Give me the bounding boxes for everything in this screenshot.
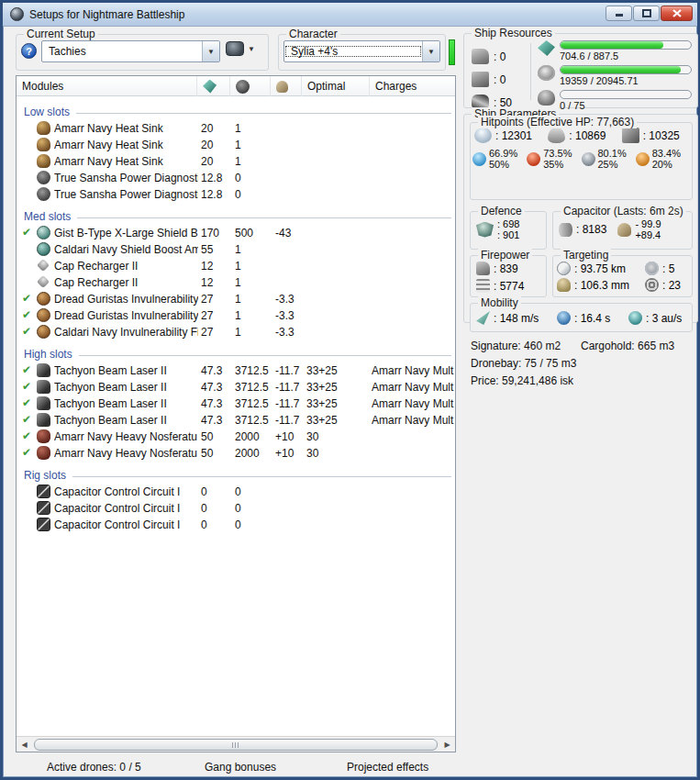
ship-icon [226,41,244,56]
title-bar[interactable]: Setups for Nightmare Battleship [3,3,697,27]
armor-icon [548,128,565,143]
structure-hp: : 10325 [622,128,688,143]
projected-effects-button[interactable]: Projected effects [347,761,428,774]
module-cpu: 47.3 [201,381,222,394]
module-cpu: 20 [201,122,213,135]
module-row[interactable]: ✔Tachyon Beam Laser II47.33712.5-11.733+… [17,379,455,396]
character-label: Character [286,28,340,40]
module-pg: 3712.5 [235,414,269,427]
module-row[interactable]: Amarr Navy Heat Sink201 [17,120,455,137]
module-optimal: 30 [306,430,318,443]
module-row[interactable]: True Sansha Power Diagnosti...12.80 [17,170,455,186]
rig-icon [37,485,50,498]
module-cap: +10 [275,447,294,460]
maximize-icon [642,9,651,17]
module-optimal: 33+25 [306,414,338,427]
divider [530,43,531,100]
shield-icon [474,128,492,143]
module-row[interactable]: Caldari Navy Shield Boost Am...551 [17,241,455,258]
character-select[interactable]: Sylia +4's ▼ [283,40,440,62]
module-cap: -11.7 [275,364,299,377]
module-row[interactable]: ✔Tachyon Beam Laser II47.33712.5-11.733+… [17,412,455,429]
module-name: Caldari Navy Shield Boost Am... [54,243,198,256]
module-row[interactable]: ✔Tachyon Beam Laser II47.33712.5-11.733+… [17,396,455,412]
cpu-column-header[interactable] [196,76,229,96]
capacitor-group: Capacitor (Lasts: 6m 2s) : 8183 - 99.9 +… [552,211,693,250]
cpu-usage: 704.6 / 887.5 [538,40,692,65]
module-cap: -11.7 [275,414,299,427]
powergrid-usage: 19359 / 20945.71 [538,65,692,90]
scroll-left-button[interactable]: ◀ [17,737,32,752]
module-row[interactable]: ✔Amarr Navy Heavy Nosferatu502000+1030 [17,429,455,445]
minimize-button[interactable] [606,6,632,21]
module-row[interactable]: ✔Dread Guristas Invulnerability ...271-3… [17,307,455,324]
setup-select[interactable]: Tachies ▼ [41,40,220,62]
module-row[interactable]: True Sansha Power Diagnosti...12.80 [17,186,455,203]
module-row[interactable]: Capacitor Control Circuit I00 [17,517,455,533]
module-cap: -43 [275,227,291,240]
powergrid-column-header[interactable] [229,76,270,96]
module-cap: +10 [275,430,294,443]
capacitor-title: Capacitor (Lasts: 6m 2s) [561,205,686,217]
module-pg: 1 [235,260,241,273]
module-pg: 2000 [235,430,260,443]
module-pg: 0 [235,188,241,201]
module-row[interactable]: Capacitor Control Circuit I00 [17,500,455,517]
charges-column-header[interactable]: Charges [369,76,457,96]
module-cap: -3.3 [275,309,294,322]
gang-bonuses-button[interactable]: Gang bonuses [205,761,276,774]
module-name: Amarr Navy Heat Sink [54,155,198,168]
shield-hp: : 12301 [474,128,548,143]
module-name: Amarr Navy Heavy Nosferatu [54,447,198,460]
module-row[interactable]: ✔Caldari Navy Invulnerability Fi...271-3… [17,324,455,340]
module-cpu: 47.3 [201,414,222,427]
targeting-group: Targeting : 93.75 km : 5 [552,255,693,297]
module-charges: Amarr Navy Mult... [372,414,454,427]
module-name: Tachyon Beam Laser II [54,397,198,410]
scrollbar-thumb[interactable] [34,739,438,751]
optimal-column-header[interactable]: Optimal [301,76,369,96]
chevron-down-icon[interactable]: ▼ [202,41,219,61]
mobility-title: Mobility [478,296,521,309]
module-row[interactable]: Cap Recharger II121 [17,258,455,274]
module-row[interactable]: Amarr Navy Heat Sink201 [17,153,455,170]
module-row[interactable]: ✔Tachyon Beam Laser II47.33712.5-11.733+… [17,362,455,379]
module-row[interactable]: Cap Recharger II121 [17,274,455,291]
horizontal-scrollbar[interactable]: ◀ ▶ [17,736,455,752]
module-pg: 0 [235,485,241,498]
modules-table-header: Modules Optimal Charges [17,76,455,96]
help-button[interactable]: ? [21,43,37,59]
rig-icon [37,501,50,515]
capacitor-use-icon [276,81,288,93]
ship-menu-button[interactable]: ▼ [226,41,255,56]
app-icon [10,7,24,21]
dronebay-icon [538,90,555,106]
arrow-right-icon: ▶ [444,741,450,749]
laser-turret-icon [37,380,50,394]
module-row[interactable]: ✔Amarr Navy Heavy Nosferatu502000+1030 [17,445,455,462]
module-cpu: 12 [201,260,213,273]
dronebay-usage: 0 / 75 [538,90,692,115]
module-row[interactable]: ✔Dread Guristas Invulnerability ...271-3… [17,291,455,307]
heat-sink-icon [37,154,50,168]
firepower-group: Firepower : 839 : 5774 [470,255,547,297]
module-row[interactable]: Amarr Navy Heat Sink201 [17,137,455,153]
module-row[interactable]: ✔Gist B-Type X-Large Shield B...170500-4… [17,225,455,241]
module-cap: -11.7 [275,381,299,394]
scroll-right-button[interactable]: ▶ [439,737,455,752]
close-button[interactable] [661,6,693,21]
section-divider [79,355,451,356]
launcher-hardpoint-icon [472,72,489,87]
module-name: Cap Recharger II [54,276,198,289]
module-pg: 1 [235,293,241,306]
capacitor-column-header[interactable] [270,76,301,96]
module-pg: 1 [235,276,241,289]
module-optimal: 33+25 [306,364,338,377]
module-row[interactable]: Capacitor Control Circuit I00 [17,484,455,500]
maximize-button[interactable] [633,6,660,21]
module-pg: 1 [235,155,241,168]
targeting-title: Targeting [561,249,611,262]
modules-column-header[interactable]: Modules [17,76,196,96]
module-cap: -3.3 [275,326,294,339]
chevron-down-icon[interactable]: ▼ [422,41,439,61]
